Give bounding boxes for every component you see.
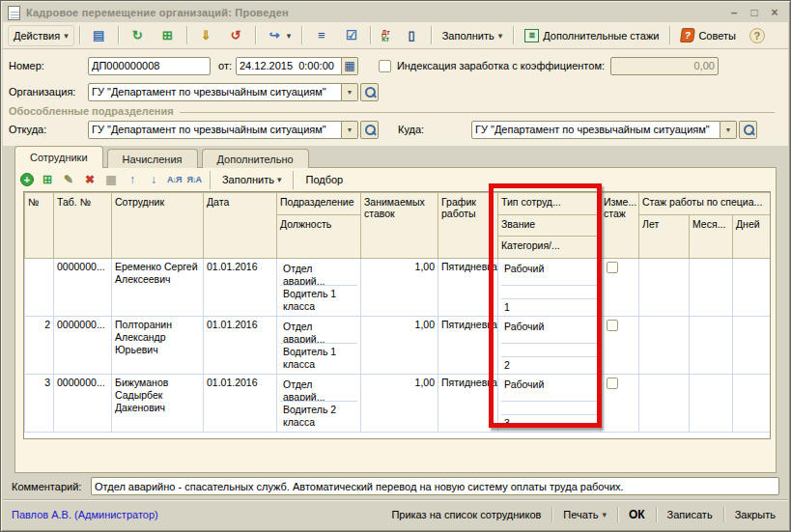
date-cell[interactable]: 01.01.2016 [204, 259, 277, 317]
tab-no-cell[interactable]: 0000000... [54, 259, 112, 317]
copy-row-button[interactable]: ⊞ [40, 172, 55, 187]
schedule-cell[interactable]: Пятидневка [438, 317, 498, 375]
copy-add-button[interactable]: ⊞ [154, 25, 182, 46]
date-input[interactable] [236, 57, 342, 75]
row-number-cell[interactable]: 2 [25, 317, 54, 375]
print-button[interactable]: Печать ▾ [559, 507, 610, 522]
delete-row-button[interactable]: ✖ [82, 172, 98, 187]
col-header-days[interactable]: Дней [733, 215, 772, 259]
ok-button[interactable]: ОК [625, 506, 649, 523]
tab-additional[interactable]: Дополнительно [202, 149, 309, 168]
organization-input[interactable] [88, 83, 342, 101]
months-cell[interactable] [690, 317, 733, 375]
report-button[interactable]: ▯ [398, 25, 426, 46]
table-row[interactable]: 3 0000000... Бижуманов Садырбек Дакенови… [25, 375, 772, 433]
edit-row-button[interactable]: ✎ [61, 172, 76, 187]
department-position-cell[interactable]: Отдел аварий... Водитель 1 класса [277, 317, 361, 375]
table-row[interactable]: 2 0000000... Полторанин Александр Юрьеви… [25, 317, 772, 375]
employee-type-cell[interactable]: Рабочий 1 [498, 259, 601, 317]
date-cell[interactable]: 01.01.2016 [204, 317, 277, 375]
number-input[interactable] [88, 57, 211, 75]
change-seniority-cell[interactable] [601, 317, 639, 375]
col-header-num[interactable]: № [25, 193, 54, 259]
rate-cell[interactable]: 1,00 [361, 259, 438, 317]
days-cell[interactable] [733, 259, 772, 317]
to-input[interactable] [471, 121, 720, 139]
date-cell[interactable]: 01.01.2016 [204, 375, 277, 433]
col-header-months[interactable]: Меся... [690, 215, 733, 259]
col-header-category[interactable]: Категория/... [498, 237, 601, 259]
unpost-document-button[interactable]: ↺ [222, 25, 250, 46]
indexation-checkbox[interactable] [379, 60, 391, 72]
change-seniority-cell[interactable] [601, 259, 639, 317]
col-header-position[interactable]: Должность [277, 215, 361, 259]
col-header-employee-type[interactable]: Тип сотруд... [498, 193, 601, 215]
tab-employees[interactable]: Сотрудники [14, 146, 103, 168]
pick-button[interactable]: Подбор [302, 174, 346, 185]
department-position-cell[interactable]: Отдел аварий... Водитель 1 класса [277, 259, 361, 317]
close-form-button[interactable]: Закрыть [731, 507, 779, 522]
row-number-cell-selected[interactable]: 1 [25, 259, 54, 317]
row-number-cell[interactable]: 3 [25, 375, 54, 433]
change-seniority-checkbox[interactable] [607, 262, 618, 273]
from-search-button[interactable] [360, 121, 379, 139]
list-settings-button[interactable]: ☑ [337, 25, 365, 46]
move-up-button[interactable]: ↑ [125, 172, 140, 187]
years-cell[interactable] [639, 259, 690, 317]
tips-button[interactable]: ? Советы [675, 25, 741, 46]
col-header-seniority-group[interactable]: Стаж работы по специа... [639, 193, 772, 215]
schedule-cell[interactable]: Пятидневка [438, 259, 498, 317]
calendar-button[interactable]: ▦ [342, 57, 358, 75]
employee-type-cell[interactable]: Рабочий 2 [498, 317, 601, 375]
sort-descending-button[interactable]: Я↓А [186, 175, 200, 184]
employee-type-cell[interactable]: Рабочий 3 [498, 375, 601, 433]
col-header-years[interactable]: Лет [639, 215, 690, 259]
refresh-button[interactable]: ↻ [124, 25, 152, 46]
col-header-schedule[interactable]: График работы [438, 193, 498, 259]
minimize-button[interactable]: – [725, 6, 743, 20]
tab-no-cell[interactable]: 0000000... [54, 317, 112, 375]
col-header-rank[interactable]: Звание [498, 215, 601, 237]
organization-dropdown-button[interactable]: ▼ [342, 83, 358, 101]
post-document-button[interactable]: ⇓ [192, 25, 220, 46]
postings-button[interactable]: ДтКт [376, 25, 395, 46]
grid-fill-button[interactable]: Заполнить ▾ [219, 174, 285, 185]
list-structure-button[interactable]: ≡ [307, 25, 335, 46]
years-cell[interactable] [639, 375, 690, 433]
record-button[interactable]: ▤ [85, 25, 113, 46]
goto-button[interactable]: ↪ ▾ [261, 25, 297, 46]
employee-cell[interactable]: Еременко Сергей Алексеевич [112, 259, 204, 317]
col-header-department[interactable]: Подразделение [277, 193, 361, 215]
to-search-button[interactable] [739, 121, 757, 139]
change-seniority-checkbox[interactable] [607, 378, 618, 389]
order-for-employee-list-button[interactable]: Приказ на список сотрудников [387, 507, 545, 522]
fill-button[interactable]: Заполнить ▾ [437, 25, 509, 46]
actions-button[interactable]: Действия ▾ [8, 25, 74, 46]
comment-input[interactable] [91, 477, 779, 495]
additional-seniority-button[interactable]: ≣ Дополнительные стажи [519, 25, 664, 46]
sort-ascending-button[interactable]: А↓Я [167, 175, 181, 184]
save-button[interactable]: Записать [664, 507, 717, 522]
maximize-button[interactable]: □ [746, 6, 763, 20]
schedule-cell[interactable]: Пятидневка [438, 375, 498, 433]
tab-no-cell[interactable]: 0000000... [54, 375, 112, 433]
tab-accruals[interactable]: Начисления [107, 149, 198, 168]
years-cell[interactable] [639, 317, 690, 375]
rate-cell[interactable]: 1,00 [361, 375, 438, 433]
from-dropdown-button[interactable]: ▼ [342, 121, 358, 139]
months-cell[interactable] [690, 375, 733, 433]
col-header-employee[interactable]: Сотрудник [112, 193, 204, 259]
move-down-button[interactable]: ↓ [146, 172, 161, 187]
change-seniority-checkbox[interactable] [607, 320, 618, 331]
col-header-tab-no[interactable]: Таб. № [54, 193, 112, 259]
department-position-cell[interactable]: Отдел аварий... Водитель 2 класса [277, 375, 361, 433]
employee-cell[interactable]: Бижуманов Садырбек Дакенович [112, 375, 204, 433]
indexation-coefficient-input[interactable] [610, 57, 719, 75]
from-input[interactable] [88, 121, 342, 139]
to-dropdown-button[interactable]: ▼ [720, 121, 737, 139]
col-header-date[interactable]: Дата [204, 193, 277, 259]
change-seniority-cell[interactable] [601, 375, 639, 433]
employee-cell[interactable]: Полторанин Александр Юрьевич [112, 317, 204, 375]
col-header-change-seniority[interactable]: Изме... стаж [601, 193, 639, 259]
help-button[interactable]: ? [744, 25, 771, 46]
